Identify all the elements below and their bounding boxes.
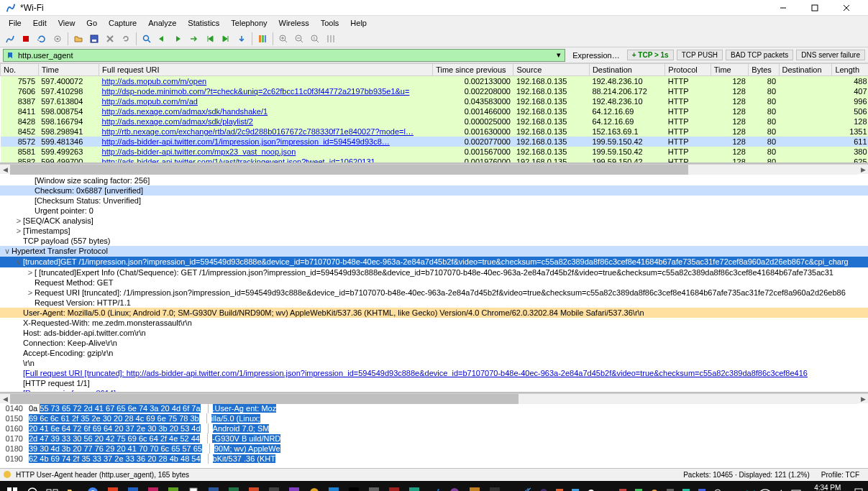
powerpoint-icon[interactable]: P [244, 482, 263, 491]
menu-edit[interactable]: Edit [27, 17, 52, 29]
detail-line[interactable]: >[Timestamps] [0, 226, 868, 236]
minimize-button[interactable] [767, 0, 799, 16]
start-capture-icon[interactable] [3, 32, 17, 46]
app-icon[interactable] [124, 482, 143, 491]
tree-toggle-icon[interactable]: > [14, 216, 23, 225]
go-last-icon[interactable] [219, 32, 233, 46]
scroll-right-icon[interactable]: ▶ [858, 395, 868, 403]
colorize-icon[interactable] [255, 32, 270, 46]
notifications-icon[interactable] [852, 486, 865, 491]
menu-file[interactable]: File [3, 17, 27, 29]
app-icon[interactable] [405, 482, 424, 491]
cortana-icon[interactable] [23, 482, 42, 491]
detail-line[interactable]: >[SEQ/ACK analysis] [0, 216, 868, 226]
request-uri-link[interactable]: http://ads-bidder-api.twitter.com/1/vast… [102, 157, 383, 164]
menu-analyze[interactable]: Analyze [142, 17, 182, 29]
zoom-out-icon[interactable] [292, 32, 306, 46]
detail-line[interactable]: [Window size scaling factor: 256] [0, 175, 868, 185]
packet-row[interactable]: 8411598.008754http://ads.nexage.com/adma… [1, 106, 869, 116]
column-header[interactable]: Full request URI [99, 64, 433, 76]
packet-row[interactable]: 8452598.298941http://rtb.nexage.com/exch… [1, 127, 869, 137]
tray-icon[interactable] [616, 486, 629, 491]
app-icon[interactable] [485, 482, 505, 491]
request-uri-link[interactable]: http://ads.mopub.com/m/ad [102, 97, 198, 106]
detail-line[interactable]: Accept-Encoding: gzip\r\n [0, 348, 868, 358]
column-header[interactable]: Protocol [665, 64, 711, 76]
packet-row[interactable]: 7606597.410298http://dsp-node.minimob.co… [1, 86, 869, 96]
tree-toggle-icon[interactable]: ∨ [3, 247, 12, 256]
wifi-icon[interactable] [759, 486, 772, 491]
chrome-icon[interactable] [83, 482, 103, 491]
packet-row[interactable]: 8572599.481346http://ads-bidder-api.twit… [1, 137, 869, 147]
tree-toggle-icon[interactable]: > [26, 288, 35, 297]
app-icon[interactable] [164, 482, 183, 491]
packet-row[interactable]: 8428598.166794http://ads.nexage.com/adma… [1, 116, 869, 127]
column-header[interactable]: No. [1, 64, 39, 76]
tray-icon[interactable] [695, 486, 708, 491]
tray-icon[interactable] [711, 486, 724, 491]
detail-line[interactable]: \r\n [0, 358, 868, 368]
find-packet-icon[interactable] [140, 32, 154, 46]
details-hscroll[interactable]: ◀ ▶ [0, 393, 868, 403]
packet-bytes-pane[interactable]: 01400a 55 73 65 72 2d 41 67 65 6e 74 3a … [0, 403, 868, 468]
hex-row[interactable]: 015069 6c 6c 61 2f 35 2e 30 20 28 4c 69 … [0, 413, 868, 423]
column-header[interactable]: Bytes [749, 64, 779, 76]
filter-tag-tcp-1s[interactable]: + TCP > 1s [627, 50, 674, 60]
menu-view[interactable]: View [52, 17, 81, 29]
detail-line[interactable]: Request Version: HTTP/1.1 [0, 298, 868, 308]
column-header[interactable]: Length [832, 64, 868, 76]
expert-info-icon[interactable] [3, 470, 13, 480]
detail-line[interactable]: [Response in frame: 8614] [0, 388, 868, 393]
tray-icon[interactable] [680, 486, 693, 491]
app-icon[interactable] [284, 482, 303, 491]
hex-row[interactable]: 01702d 47 39 33 30 56 20 42 75 69 6c 64 … [0, 433, 868, 444]
packet-list-hscroll[interactable]: ◀ ▶ [0, 164, 868, 174]
close-file-icon[interactable] [103, 32, 117, 46]
eclipse-icon[interactable] [537, 486, 550, 491]
request-uri-link[interactable]: http://dsp-node.minimob.com/?t=check&uni… [102, 87, 410, 96]
menu-help[interactable]: Help [344, 17, 373, 29]
task-view-icon[interactable] [43, 482, 63, 491]
detail-line[interactable]: ∨Hypertext Transfer Protocol [0, 246, 868, 257]
packet-list-pane[interactable]: No.TimeFull request URITime since previo… [0, 63, 868, 164]
detail-line[interactable]: >[ [truncated]Expert Info (Chat/Sequence… [0, 267, 868, 277]
tree-toggle-icon[interactable]: > [26, 268, 35, 277]
app-icon[interactable] [264, 482, 283, 491]
request-uri-link[interactable]: http://ads.nexage.com/admax/sdk/playlist… [102, 117, 253, 126]
tray-icon[interactable] [727, 486, 740, 491]
battery-icon[interactable] [790, 486, 803, 491]
hex-row[interactable]: 01400a 55 73 65 72 2d 41 67 65 6e 74 3a … [0, 403, 868, 413]
packet-row[interactable]: 8582599.499700http://ads-bidder-api.twit… [1, 157, 869, 164]
menu-telephony[interactable]: Telephony [225, 17, 273, 29]
column-header[interactable]: Time since previous [433, 64, 513, 76]
detail-line[interactable]: Connection: Keep-Alive\r\n [0, 338, 868, 348]
detail-line[interactable]: Urgent pointer: 0 [0, 206, 868, 216]
column-header[interactable]: Time [711, 64, 749, 76]
filter-tag-bad-tcp[interactable]: BAD TCP packets [726, 50, 793, 60]
capture-options-icon[interactable] [50, 32, 65, 46]
file-explorer-icon[interactable] [63, 482, 83, 491]
wireshark-icon[interactable] [425, 482, 444, 491]
display-filter-input[interactable] [17, 51, 553, 60]
restart-capture-icon[interactable] [35, 32, 49, 46]
detail-line[interactable]: [Checksum Status: Unverified] [0, 196, 868, 206]
tray-icon[interactable] [569, 486, 582, 491]
scroll-right-icon[interactable]: ▶ [858, 166, 868, 173]
column-header[interactable]: Time [38, 64, 99, 76]
expression-button[interactable]: Expression… [568, 51, 623, 60]
stop-capture-icon[interactable] [19, 32, 33, 46]
packet-row[interactable]: 7575597.400072http://ads.mopub.com/m/ope… [1, 76, 869, 87]
app-icon[interactable] [465, 482, 485, 491]
resize-columns-icon[interactable] [324, 32, 338, 46]
app-icon[interactable] [324, 482, 344, 491]
arduino-icon[interactable] [743, 486, 756, 491]
word-icon[interactable]: W [204, 482, 223, 491]
filter-bookmark-icon[interactable] [4, 51, 17, 60]
request-uri-link[interactable]: http://ads-bidder-api.twitter.com/mpx23_… [102, 147, 296, 156]
tray-icon[interactable] [664, 486, 677, 491]
app-icon[interactable] [365, 482, 384, 491]
tray-icon[interactable] [553, 486, 566, 491]
detail-line[interactable]: Host: ads-bidder-api.twitter.com\r\n [0, 328, 868, 338]
tray-icon[interactable] [632, 486, 645, 491]
hex-row[interactable]: 016020 41 6e 64 72 6f 69 64 20 37 2e 30 … [0, 423, 868, 433]
